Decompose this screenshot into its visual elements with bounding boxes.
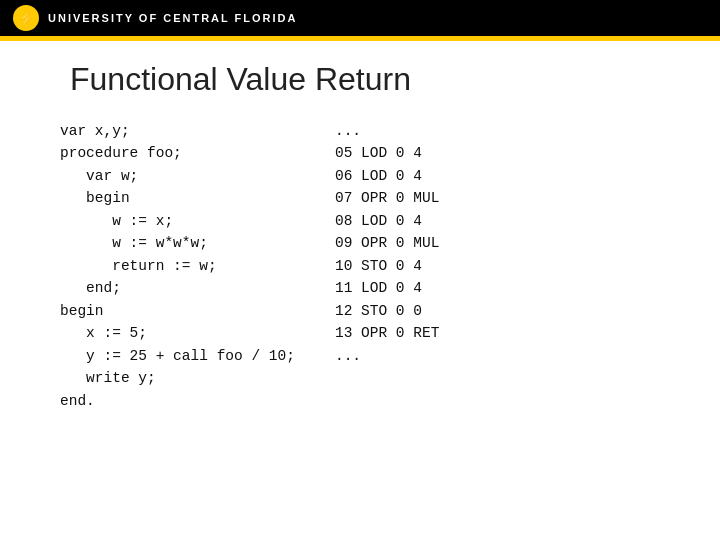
svg-text:⚡: ⚡ <box>18 10 36 27</box>
university-name: UNIVERSITY OF CENTRAL FLORIDA <box>48 12 298 24</box>
source-code-block: var x,y; procedure foo; var w; begin w :… <box>60 120 295 412</box>
ucf-logo: ⚡ UNIVERSITY OF CENTRAL FLORIDA <box>12 4 298 32</box>
header-bar: ⚡ UNIVERSITY OF CENTRAL FLORIDA <box>0 0 720 36</box>
page-title: Functional Value Return <box>70 61 660 98</box>
main-content: Functional Value Return var x,y; procedu… <box>0 41 720 432</box>
ucf-emblem-icon: ⚡ <box>12 4 40 32</box>
content-area: var x,y; procedure foo; var w; begin w :… <box>60 120 660 412</box>
assembly-code-block: ... 05 LOD 0 4 06 LOD 0 4 07 OPR 0 MUL 0… <box>335 120 439 412</box>
